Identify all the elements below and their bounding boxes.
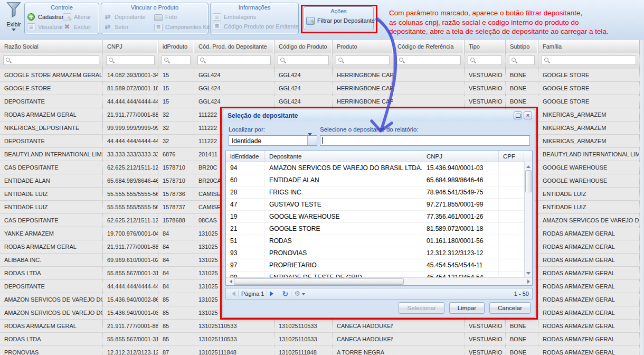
column-header-codigo-produto[interactable]: Código do Produto	[274, 40, 333, 53]
filter-input-id-produto[interactable]	[162, 55, 191, 65]
column-header-id-produto[interactable]: idProduto	[158, 40, 194, 53]
list-item[interactable]: 60ENTIDADE ALAN65.684.989/8646-46	[226, 174, 532, 186]
list-item[interactable]: 51RODAS01.161.180/0001-56	[226, 235, 532, 247]
selecione-depositante-label: Selecione o depositante do relatório:	[320, 126, 419, 133]
cell-produto: HERRINGBONE CAP	[333, 69, 393, 81]
filter-input-codigo-produto[interactable]	[278, 55, 329, 65]
depositante-grid: idEntidadeDepositanteCNPJCPF 94AMAZON SE…	[225, 151, 533, 286]
table-row[interactable]: GOOGLE STORE ARMAZEM GERAL14.082.393/000…	[0, 69, 640, 82]
column-header-familia[interactable]: Família	[538, 40, 640, 53]
setor-button: Setor	[103, 23, 154, 31]
column-header-cpf[interactable]: CPF	[499, 151, 524, 162]
column-header-depositante[interactable]: Depositante	[265, 151, 422, 162]
cell-razao-social: YANKE ARMAZEM	[0, 227, 103, 240]
cell-cnpj: 65.684.989/8646-46	[103, 174, 158, 187]
filter-input-subtipo[interactable]	[509, 55, 535, 65]
scroll-left-icon[interactable]	[226, 278, 234, 285]
table-row[interactable]: GOOGLE STORE81.589.072/0001-1815GGL424GG…	[0, 82, 640, 95]
scroll-right-icon[interactable]	[524, 278, 532, 285]
filter-input-cnpj[interactable]	[106, 55, 155, 65]
cell-id-entidade: 93	[226, 247, 265, 259]
filter-input-familia[interactable]	[542, 55, 636, 65]
filter-input-razao-social[interactable]	[3, 55, 99, 65]
limpar-button[interactable]: Limpar	[449, 302, 485, 314]
filter-input-produto[interactable]	[336, 55, 390, 65]
column-header-cnpj[interactable]: CNPJ	[422, 151, 499, 162]
cell-id-entidade: 60	[226, 174, 265, 186]
column-header-cod-prod-depositante[interactable]: Cód. Prod. do Depositante	[194, 40, 274, 53]
horizontal-scrollbar[interactable]	[226, 277, 532, 285]
next-page-icon[interactable]	[270, 291, 276, 296]
cell-cnpj: 19.700.976/0001-04	[103, 227, 158, 240]
scroll-down-icon[interactable]	[525, 269, 532, 277]
scroll-up-icon[interactable]	[525, 162, 532, 170]
dialog-titlebar[interactable]: Seleção de depositante	[223, 109, 535, 122]
list-icon	[213, 13, 221, 21]
cell-subtipo: BONE	[506, 320, 538, 332]
vertical-scrollbar[interactable]	[640, 40, 644, 355]
cell-id-entidade: 51	[226, 235, 265, 247]
cell-familia: RODAS ARMAZEM GERAL	[538, 267, 640, 279]
filter-input-codigo-referencia[interactable]	[396, 55, 461, 65]
filter-cell	[506, 53, 538, 69]
list-item[interactable]: 47GUSTAVO TESTE97.271.855/0001-99	[226, 199, 532, 211]
search-icon	[470, 58, 476, 63]
excluir-button: Excluir	[63, 23, 97, 31]
column-header-cnpj[interactable]: CNPJ	[103, 40, 158, 53]
table-row[interactable]: DEPOSITANTE44.444.444/4444-4415GGL424GGL…	[0, 95, 640, 108]
cell-cpf	[499, 247, 524, 259]
ribbon-group-controle: Controle Cadastrar Alterar Visualizar Ex…	[24, 3, 99, 34]
cell-cnpj: 81.589.072/0001-18	[103, 82, 158, 95]
column-header-razao-social[interactable]: Razão Social	[0, 40, 103, 53]
cell-depositante: ENTIDADE ALAN	[265, 174, 422, 186]
list-item[interactable]: 28FRIGS INC.78.946.541/3549-75	[226, 186, 532, 199]
filter-cell	[194, 53, 274, 69]
cell-codigo-referencia	[393, 95, 465, 108]
cell-razao-social: AMAZON SERVICOS DE VAREJO DO...	[0, 306, 103, 319]
column-header-tipo[interactable]: Tipo	[465, 40, 506, 53]
cancelar-button[interactable]: Cancelar	[489, 302, 531, 314]
cell-cnpj: 78.946.541/3549-75	[422, 186, 499, 198]
column-header-produto[interactable]: Produto	[333, 40, 393, 53]
list-item[interactable]: 97PROPRIETARIO45.454.545/4544-11	[226, 259, 532, 272]
depositante-search-input[interactable]	[320, 135, 530, 146]
cell-id-entidade: 21	[226, 223, 265, 235]
table-row[interactable]: RODAS ARMAZEM GERAL21.911.777/0001-88851…	[0, 320, 640, 333]
filtrar-por-depositante-button[interactable]: Filtrar por Depositante	[306, 16, 375, 25]
vertical-scrollbar[interactable]	[524, 162, 532, 277]
codigo-produto-emitente-label: Código Produto por Emitente	[224, 23, 299, 30]
cell-codigo-referencia	[393, 320, 465, 332]
search-icon	[280, 58, 286, 63]
list-item[interactable]: 94AMAZON SERVICOS DE VAREJO DO BRASIL LT…	[226, 162, 532, 174]
filter-input-cod-prod-depositante[interactable]	[197, 55, 271, 65]
scrollbar-thumb[interactable]	[525, 170, 532, 192]
combo-trigger[interactable]	[307, 136, 317, 145]
localizar-por-select[interactable]: Identidade	[229, 135, 317, 146]
table-row[interactable]: PRONOVIAS12.312.312/3123-128713102511184…	[0, 346, 640, 355]
exibir-button[interactable]: Exibir	[2, 2, 25, 38]
cadastrar-button[interactable]: Cadastrar	[27, 13, 63, 21]
sync-icon	[103, 13, 112, 21]
cell-codigo-produto: GGL424	[274, 82, 333, 95]
cell-cnpj: 21.911.777/0001-88	[103, 108, 158, 121]
list-item[interactable]: 19GOOGLE WAREHOUSE77.356.461/0001-26	[226, 211, 532, 223]
column-header-id-entidade[interactable]: idEntidade	[226, 151, 265, 162]
visualizar-label: Visualizar	[38, 24, 63, 30]
cell-cnpj: 99.999.999/9999-99	[103, 122, 158, 134]
filter-input-tipo[interactable]	[468, 55, 502, 65]
scrollbar-thumb[interactable]	[234, 278, 404, 285]
table-row[interactable]: RODAS LTDA55.855.567/0001-31851310251105…	[0, 333, 640, 346]
foto-label: Foto	[165, 14, 177, 20]
cell-id-produto: 85	[158, 306, 194, 319]
ribbon-group-informacoes: Informações Embalagens Código Produto po…	[210, 3, 299, 34]
list-item[interactable]: 21GOOGLE STORE81.589.072/0001-18	[226, 223, 532, 235]
gear-icon[interactable]: ⚙	[294, 290, 300, 297]
record-range: 1 - 50	[514, 291, 529, 297]
column-header-subtipo[interactable]: Subtipo	[506, 40, 538, 53]
refresh-icon[interactable]: ↻	[282, 290, 288, 297]
maximize-icon[interactable]	[514, 111, 522, 119]
column-header-codigo-referencia[interactable]: Código de Referência	[393, 40, 465, 53]
cell-codigo-produto: 131025110533	[274, 320, 333, 332]
close-icon[interactable]	[524, 111, 532, 119]
list-item[interactable]: 93PRONOVIAS12.312.312/3123-12	[226, 247, 532, 259]
